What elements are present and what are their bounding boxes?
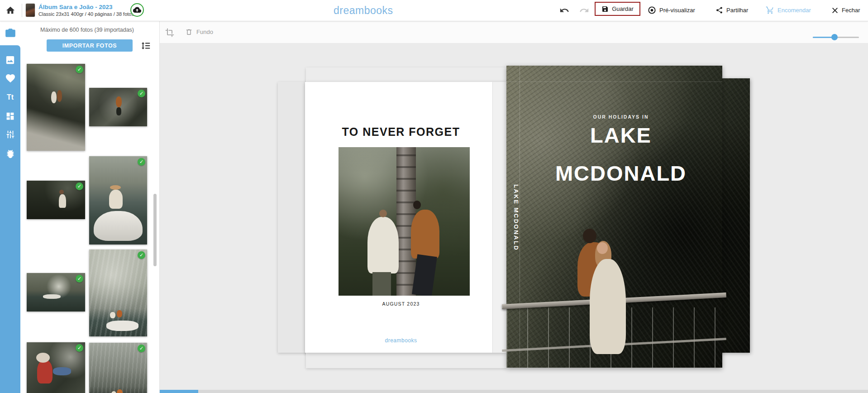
import-photos-button[interactable]: IMPORTAR FOTOS <box>47 39 133 52</box>
app-logo: dreambooks <box>334 5 393 17</box>
check-icon <box>76 66 83 73</box>
thumbnail-image <box>27 64 85 151</box>
undo-button[interactable] <box>559 0 569 20</box>
photo-limit-label: Máximo de 600 fotos (39 importadas) <box>20 27 154 33</box>
close-button[interactable]: Fechar <box>831 0 860 20</box>
eye-icon <box>648 6 656 14</box>
camera-icon <box>5 27 16 38</box>
redo-icon <box>579 5 589 15</box>
panel-scrollbar[interactable] <box>153 194 157 266</box>
sidebar-item-images[interactable] <box>0 51 20 69</box>
page-crease <box>492 82 493 353</box>
thumbnail-image <box>89 249 147 336</box>
album-cover-thumb <box>26 4 35 17</box>
front-cover-page[interactable]: LAKE MCDONALD OUR HOLIDAYS IN LAKE MCDON… <box>506 66 722 368</box>
album-title[interactable]: Álbum Sara e João - 2023 <box>38 3 134 11</box>
redo-button[interactable] <box>579 0 589 20</box>
home-icon <box>5 5 15 15</box>
front-cover-title-line2[interactable]: MCDONALD <box>520 161 722 186</box>
preview-button[interactable]: Pré-visualizar <box>648 0 695 20</box>
zoom-slider[interactable] <box>813 34 859 40</box>
cloud-upload-icon <box>133 6 141 14</box>
album-meta: Álbum Sara e João - 2023 Classic 23x31 4… <box>38 3 134 17</box>
spine-title[interactable]: LAKE MCDONALD <box>507 184 520 270</box>
order-label: Encomendar <box>777 7 811 14</box>
canvas-hscroll-thumb[interactable] <box>160 390 198 393</box>
check-icon <box>76 275 83 283</box>
close-label: Fechar <box>842 7 860 14</box>
photo-thumbnail[interactable] <box>27 64 85 151</box>
photo-thumbnail[interactable] <box>27 342 85 393</box>
sidebar: Tt <box>0 21 20 393</box>
layout-icon <box>5 111 15 121</box>
trim-guide <box>506 81 722 82</box>
check-icon <box>138 90 145 97</box>
save-icon <box>601 5 609 13</box>
check-icon <box>76 182 83 190</box>
sidebar-item-photos[interactable] <box>0 24 20 42</box>
share-button[interactable]: Partilhar <box>715 0 748 20</box>
sliders-icon <box>5 129 15 139</box>
photo-thumbnail[interactable] <box>89 88 147 126</box>
sidebar-item-adjustments[interactable] <box>0 125 20 144</box>
sidebar-item-stickers[interactable] <box>0 144 20 163</box>
front-cover-title-line1[interactable]: LAKE <box>520 123 722 148</box>
crop-button[interactable] <box>165 28 174 37</box>
order-button[interactable]: Encomendar <box>766 0 811 20</box>
sidebar-item-layouts[interactable] <box>0 107 20 125</box>
save-button[interactable]: Guardar <box>612 5 634 12</box>
share-label: Partilhar <box>726 7 748 14</box>
save-button-highlight[interactable]: Guardar <box>595 2 640 16</box>
check-icon <box>138 345 145 352</box>
share-icon <box>715 6 723 14</box>
crop-icon <box>165 28 174 37</box>
image-icon <box>5 55 15 65</box>
front-cover-kicker[interactable]: OUR HOLIDAYS IN <box>520 114 722 120</box>
album-subtitle: Classic 23x31 400gr / 40 páginas / 38 fo… <box>38 11 134 17</box>
background-button[interactable]: Fundo <box>185 28 213 36</box>
canvas-toolbar: Fundo <box>160 21 868 43</box>
sort-button[interactable] <box>141 41 151 51</box>
photo-panel: Máximo de 600 fotos (39 importadas) IMPO… <box>20 21 159 393</box>
back-cover-brand-logo: dreambooks <box>305 337 497 344</box>
upload-status-button[interactable] <box>130 3 144 17</box>
check-icon <box>76 344 83 352</box>
sidebar-item-text[interactable]: Tt <box>0 88 20 106</box>
back-cover-photo[interactable] <box>339 147 470 296</box>
divider <box>22 4 22 17</box>
home-button[interactable] <box>5 0 15 20</box>
back-cover-title[interactable]: TO NEVER FORGET <box>305 125 497 139</box>
back-cover-date[interactable]: AUGUST 2023 <box>305 301 497 307</box>
check-icon <box>138 251 145 259</box>
photo-thumbnail[interactable] <box>89 343 147 393</box>
trash-icon <box>185 28 193 36</box>
thumbnail-image <box>89 156 147 244</box>
close-icon <box>831 7 839 14</box>
spine-back-strip <box>493 82 506 353</box>
sort-icon <box>141 41 151 51</box>
photo-thumbnail[interactable] <box>27 181 85 219</box>
top-bar: Álbum Sara e João - 2023 Classic 23x31 4… <box>0 0 868 21</box>
text-icon: Tt <box>7 93 14 101</box>
photo-thumbnail[interactable] <box>27 273 85 312</box>
check-icon <box>138 158 145 166</box>
zoom-slider-thumb[interactable] <box>831 34 838 40</box>
sidebar-item-favorites[interactable] <box>0 69 20 87</box>
app-window: Álbum Sara e João - 2023 Classic 23x31 4… <box>0 0 868 393</box>
photo-thumbnail[interactable] <box>89 156 147 244</box>
preview-label: Pré-visualizar <box>659 7 695 14</box>
bug-icon <box>5 149 15 158</box>
undo-icon <box>559 5 569 15</box>
back-cover-page[interactable]: TO NEVER FORGET AUGUST 2023 dreambooks <box>305 82 506 353</box>
photo-thumbnail[interactable] <box>89 249 147 336</box>
cart-icon <box>766 6 774 14</box>
editor-canvas: Fundo TO NEVER FORGET <box>159 21 868 393</box>
canvas-horizontal-scrollbar[interactable] <box>160 390 868 393</box>
heart-icon <box>5 73 16 84</box>
background-label: Fundo <box>196 29 213 35</box>
